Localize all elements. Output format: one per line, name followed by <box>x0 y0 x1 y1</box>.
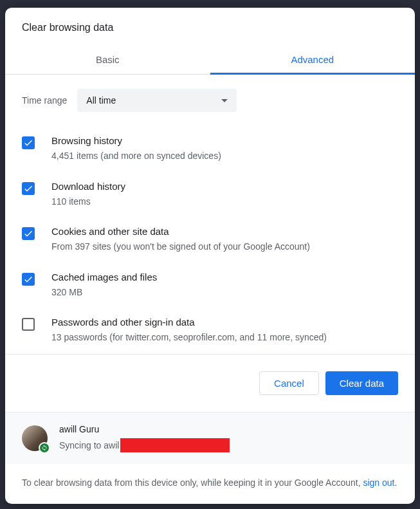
footer-note: To clear browsing data from this device … <box>5 464 415 504</box>
clear-data-button[interactable]: Clear data <box>325 371 398 395</box>
avatar-wrap <box>22 425 48 451</box>
check-icon <box>23 138 33 148</box>
option-browsing-history: Browsing history 4,451 items (and more o… <box>22 126 398 172</box>
option-desc: 13 passwords (for twitter.com, seoprofil… <box>51 331 398 344</box>
dialog-actions: Cancel Clear data <box>5 355 415 412</box>
clear-browsing-data-dialog: Clear browsing data Basic Advanced Time … <box>5 8 415 504</box>
option-title: Download history <box>51 181 398 192</box>
option-desc: 110 items <box>51 196 398 208</box>
option-text: Passwords and other sign-in data 13 pass… <box>51 317 398 344</box>
tab-advanced[interactable]: Advanced <box>210 46 415 74</box>
option-passwords: Passwords and other sign-in data 13 pass… <box>22 308 398 353</box>
check-icon <box>23 228 33 239</box>
sign-out-link[interactable]: sign out <box>363 477 394 488</box>
option-title: Passwords and other sign-in data <box>51 317 398 328</box>
option-download-history: Download history 110 items <box>22 172 398 217</box>
option-text: Cookies and other site data From 397 sit… <box>51 226 398 254</box>
chevron-down-icon <box>221 99 228 102</box>
profile-sync-prefix: Syncing to awil <box>59 440 119 450</box>
options-scroll-area[interactable]: Time range All time Browsing history 4,4… <box>5 75 415 355</box>
option-autofill: Autofill form data <box>22 353 398 355</box>
option-text: Browsing history 4,451 items (and more o… <box>51 135 398 163</box>
option-desc: 4,451 items (and more on synced devices) <box>51 150 398 163</box>
option-text: Download history 110 items <box>51 181 398 208</box>
option-desc: From 397 sites (you won't be signed out … <box>51 241 398 254</box>
time-range-row: Time range All time <box>22 75 398 126</box>
checkbox-passwords[interactable] <box>22 318 35 331</box>
time-range-select[interactable]: All time <box>77 89 237 112</box>
option-title: Cached images and files <box>51 272 398 282</box>
checkbox-download-history[interactable] <box>22 182 35 195</box>
profile-section: awill Guru Syncing to awil <box>5 412 415 464</box>
profile-sync-line: Syncing to awil <box>59 438 398 452</box>
checkbox-cached[interactable] <box>22 273 35 286</box>
option-text: Cached images and files 320 MB <box>51 272 398 299</box>
checkbox-browsing-history[interactable] <box>22 136 35 149</box>
profile-name: awill Guru <box>59 424 398 434</box>
time-range-value: All time <box>86 95 116 106</box>
sync-badge-icon <box>39 442 50 454</box>
tab-basic[interactable]: Basic <box>5 46 210 74</box>
tabs: Basic Advanced <box>5 46 415 75</box>
option-cached: Cached images and files 320 MB <box>22 263 398 308</box>
check-icon <box>23 183 33 194</box>
dialog-title: Clear browsing data <box>5 8 415 46</box>
option-desc: 320 MB <box>51 286 398 299</box>
cancel-button[interactable]: Cancel <box>259 371 319 395</box>
option-title: Browsing history <box>51 135 398 146</box>
profile-text: awill Guru Syncing to awil <box>59 424 398 452</box>
option-cookies: Cookies and other site data From 397 sit… <box>22 217 398 263</box>
option-title: Cookies and other site data <box>51 226 398 237</box>
footer-text: To clear browsing data from this device … <box>22 477 363 488</box>
check-icon <box>23 274 33 284</box>
footer-suffix: . <box>395 477 397 488</box>
redacted-email <box>120 438 230 452</box>
checkbox-cookies[interactable] <box>22 227 35 240</box>
time-range-label: Time range <box>22 95 67 106</box>
